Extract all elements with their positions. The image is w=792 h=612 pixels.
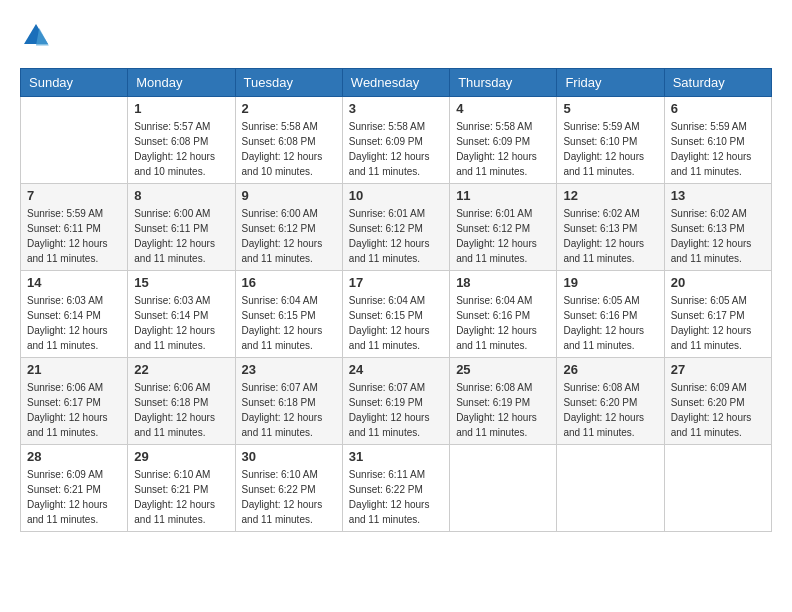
calendar-cell: 30Sunrise: 6:10 AMSunset: 6:22 PMDayligh… [235,445,342,532]
calendar-cell: 8Sunrise: 6:00 AMSunset: 6:11 PMDaylight… [128,184,235,271]
day-info: Sunrise: 6:04 AMSunset: 6:16 PMDaylight:… [456,293,550,353]
day-number: 30 [242,449,336,464]
calendar-header-row: SundayMondayTuesdayWednesdayThursdayFrid… [21,69,772,97]
calendar-cell: 4Sunrise: 5:58 AMSunset: 6:09 PMDaylight… [450,97,557,184]
day-number: 6 [671,101,765,116]
calendar-cell: 26Sunrise: 6:08 AMSunset: 6:20 PMDayligh… [557,358,664,445]
day-number: 27 [671,362,765,377]
day-info: Sunrise: 5:59 AMSunset: 6:10 PMDaylight:… [671,119,765,179]
calendar-cell: 3Sunrise: 5:58 AMSunset: 6:09 PMDaylight… [342,97,449,184]
calendar-cell [557,445,664,532]
calendar-cell: 6Sunrise: 5:59 AMSunset: 6:10 PMDaylight… [664,97,771,184]
calendar-cell: 12Sunrise: 6:02 AMSunset: 6:13 PMDayligh… [557,184,664,271]
calendar-cell: 16Sunrise: 6:04 AMSunset: 6:15 PMDayligh… [235,271,342,358]
weekday-header: Wednesday [342,69,449,97]
day-number: 28 [27,449,121,464]
calendar-cell: 17Sunrise: 6:04 AMSunset: 6:15 PMDayligh… [342,271,449,358]
calendar-week-row: 14Sunrise: 6:03 AMSunset: 6:14 PMDayligh… [21,271,772,358]
calendar-cell: 24Sunrise: 6:07 AMSunset: 6:19 PMDayligh… [342,358,449,445]
day-info: Sunrise: 6:06 AMSunset: 6:18 PMDaylight:… [134,380,228,440]
weekday-header: Monday [128,69,235,97]
calendar-cell: 15Sunrise: 6:03 AMSunset: 6:14 PMDayligh… [128,271,235,358]
calendar-cell: 19Sunrise: 6:05 AMSunset: 6:16 PMDayligh… [557,271,664,358]
calendar-cell [664,445,771,532]
day-info: Sunrise: 5:58 AMSunset: 6:08 PMDaylight:… [242,119,336,179]
day-info: Sunrise: 5:57 AMSunset: 6:08 PMDaylight:… [134,119,228,179]
day-number: 12 [563,188,657,203]
day-info: Sunrise: 5:59 AMSunset: 6:10 PMDaylight:… [563,119,657,179]
day-number: 22 [134,362,228,377]
calendar-cell: 28Sunrise: 6:09 AMSunset: 6:21 PMDayligh… [21,445,128,532]
calendar-cell: 14Sunrise: 6:03 AMSunset: 6:14 PMDayligh… [21,271,128,358]
day-number: 7 [27,188,121,203]
day-number: 20 [671,275,765,290]
day-info: Sunrise: 6:04 AMSunset: 6:15 PMDaylight:… [242,293,336,353]
day-info: Sunrise: 6:08 AMSunset: 6:20 PMDaylight:… [563,380,657,440]
calendar-cell [21,97,128,184]
calendar-table: SundayMondayTuesdayWednesdayThursdayFrid… [20,68,772,532]
day-info: Sunrise: 6:09 AMSunset: 6:21 PMDaylight:… [27,467,121,527]
calendar-cell: 31Sunrise: 6:11 AMSunset: 6:22 PMDayligh… [342,445,449,532]
day-number: 24 [349,362,443,377]
logo [20,20,56,52]
day-info: Sunrise: 6:09 AMSunset: 6:20 PMDaylight:… [671,380,765,440]
calendar-cell: 18Sunrise: 6:04 AMSunset: 6:16 PMDayligh… [450,271,557,358]
day-info: Sunrise: 6:04 AMSunset: 6:15 PMDaylight:… [349,293,443,353]
calendar-cell: 7Sunrise: 5:59 AMSunset: 6:11 PMDaylight… [21,184,128,271]
day-number: 11 [456,188,550,203]
logo-icon [20,20,52,52]
weekday-header: Thursday [450,69,557,97]
day-number: 21 [27,362,121,377]
calendar-cell: 11Sunrise: 6:01 AMSunset: 6:12 PMDayligh… [450,184,557,271]
calendar-week-row: 28Sunrise: 6:09 AMSunset: 6:21 PMDayligh… [21,445,772,532]
day-number: 18 [456,275,550,290]
day-number: 2 [242,101,336,116]
calendar-week-row: 1Sunrise: 5:57 AMSunset: 6:08 PMDaylight… [21,97,772,184]
day-info: Sunrise: 5:58 AMSunset: 6:09 PMDaylight:… [456,119,550,179]
calendar-cell: 29Sunrise: 6:10 AMSunset: 6:21 PMDayligh… [128,445,235,532]
day-info: Sunrise: 6:10 AMSunset: 6:21 PMDaylight:… [134,467,228,527]
calendar-cell: 27Sunrise: 6:09 AMSunset: 6:20 PMDayligh… [664,358,771,445]
calendar-week-row: 21Sunrise: 6:06 AMSunset: 6:17 PMDayligh… [21,358,772,445]
day-number: 16 [242,275,336,290]
day-info: Sunrise: 6:00 AMSunset: 6:12 PMDaylight:… [242,206,336,266]
weekday-header: Sunday [21,69,128,97]
day-info: Sunrise: 6:01 AMSunset: 6:12 PMDaylight:… [349,206,443,266]
calendar-cell: 9Sunrise: 6:00 AMSunset: 6:12 PMDaylight… [235,184,342,271]
day-info: Sunrise: 5:59 AMSunset: 6:11 PMDaylight:… [27,206,121,266]
calendar-cell: 25Sunrise: 6:08 AMSunset: 6:19 PMDayligh… [450,358,557,445]
day-info: Sunrise: 6:11 AMSunset: 6:22 PMDaylight:… [349,467,443,527]
day-number: 19 [563,275,657,290]
calendar-cell: 1Sunrise: 5:57 AMSunset: 6:08 PMDaylight… [128,97,235,184]
page-header [20,20,772,52]
day-info: Sunrise: 6:01 AMSunset: 6:12 PMDaylight:… [456,206,550,266]
day-number: 31 [349,449,443,464]
day-number: 5 [563,101,657,116]
day-number: 17 [349,275,443,290]
day-info: Sunrise: 6:02 AMSunset: 6:13 PMDaylight:… [671,206,765,266]
calendar-cell: 23Sunrise: 6:07 AMSunset: 6:18 PMDayligh… [235,358,342,445]
day-info: Sunrise: 6:05 AMSunset: 6:17 PMDaylight:… [671,293,765,353]
day-info: Sunrise: 6:05 AMSunset: 6:16 PMDaylight:… [563,293,657,353]
day-number: 23 [242,362,336,377]
day-number: 9 [242,188,336,203]
day-number: 1 [134,101,228,116]
weekday-header: Tuesday [235,69,342,97]
calendar-cell: 10Sunrise: 6:01 AMSunset: 6:12 PMDayligh… [342,184,449,271]
day-number: 26 [563,362,657,377]
day-number: 8 [134,188,228,203]
calendar-cell: 21Sunrise: 6:06 AMSunset: 6:17 PMDayligh… [21,358,128,445]
day-number: 25 [456,362,550,377]
day-info: Sunrise: 6:00 AMSunset: 6:11 PMDaylight:… [134,206,228,266]
day-number: 29 [134,449,228,464]
day-info: Sunrise: 6:02 AMSunset: 6:13 PMDaylight:… [563,206,657,266]
calendar-cell: 5Sunrise: 5:59 AMSunset: 6:10 PMDaylight… [557,97,664,184]
calendar-week-row: 7Sunrise: 5:59 AMSunset: 6:11 PMDaylight… [21,184,772,271]
calendar-cell: 20Sunrise: 6:05 AMSunset: 6:17 PMDayligh… [664,271,771,358]
day-number: 15 [134,275,228,290]
calendar-cell: 2Sunrise: 5:58 AMSunset: 6:08 PMDaylight… [235,97,342,184]
day-info: Sunrise: 6:03 AMSunset: 6:14 PMDaylight:… [27,293,121,353]
day-number: 3 [349,101,443,116]
day-info: Sunrise: 5:58 AMSunset: 6:09 PMDaylight:… [349,119,443,179]
day-info: Sunrise: 6:08 AMSunset: 6:19 PMDaylight:… [456,380,550,440]
